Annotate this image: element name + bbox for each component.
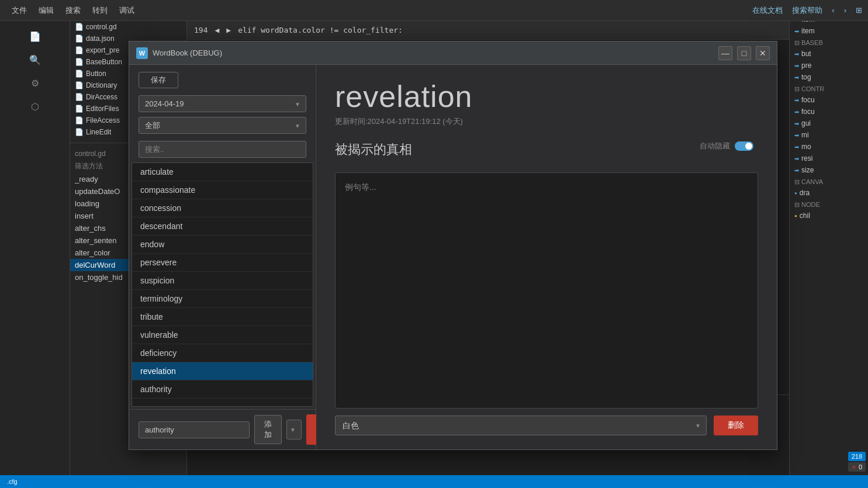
filter-dropdown[interactable]: 全部 红色 蓝色 白色 bbox=[139, 117, 306, 134]
editor-toolbar: 194 ◀ ▶ elif wordData.color != color_fil… bbox=[187, 21, 789, 40]
word-item-articulate[interactable]: articulate bbox=[132, 163, 313, 181]
file-icon: 📄 bbox=[75, 58, 84, 66]
word-item-persevere[interactable]: persevere bbox=[132, 254, 313, 272]
example-box[interactable]: 例句等... bbox=[335, 172, 758, 409]
color-dropdown-bottom[interactable]: 白色 红色 bbox=[286, 420, 302, 439]
status-left: .cfg bbox=[7, 478, 18, 485]
nav-arrow-right[interactable]: ▶ bbox=[226, 26, 231, 34]
right-panel-mo[interactable]: ➡ mo bbox=[790, 141, 868, 153]
status-bar: .cfg bbox=[0, 475, 868, 488]
sidebar-icon-extensions[interactable]: ⬡ bbox=[25, 96, 46, 117]
word-item-descendant[interactable]: descendant bbox=[132, 217, 313, 236]
file-icon: 📄 bbox=[75, 23, 84, 31]
dialog-right-panel: 自动隐藏 revelation 更新时间:2024-04-19T21:19:12… bbox=[316, 65, 777, 449]
arrow-icon: ➡ bbox=[794, 63, 799, 69]
arrow-icon: ➡ bbox=[794, 51, 799, 57]
right-ide-panel: ⊟ Option ➡ item ➡ item ⊟ BaseB ➡ but ➡ p… bbox=[789, 0, 868, 488]
auto-hide-toggle[interactable] bbox=[735, 141, 753, 151]
menu-item-goto[interactable]: 转到 bbox=[87, 3, 113, 18]
delete-word-button[interactable]: 删除 bbox=[714, 416, 758, 435]
search-help-link[interactable]: 搜索帮助 bbox=[792, 5, 822, 16]
right-panel-item-2[interactable]: ➡ item bbox=[790, 25, 868, 37]
file-icon: 📄 bbox=[75, 70, 84, 78]
file-control-gd[interactable]: 📄 control.gd bbox=[70, 21, 186, 33]
right-panel-resi[interactable]: ➡ resi bbox=[790, 153, 868, 164]
sidebar-icon-settings[interactable]: ⚙ bbox=[25, 72, 46, 94]
right-panel-but[interactable]: ➡ but bbox=[790, 48, 868, 60]
top-right-tools: 在线文档 搜索帮助 ‹ › ⊞ bbox=[752, 5, 862, 16]
save-btn-row: 保存 bbox=[129, 65, 316, 93]
file-icon: 📄 bbox=[75, 105, 84, 113]
file-icon: 📄 bbox=[75, 128, 84, 136]
layout-icon[interactable]: ⊞ bbox=[856, 6, 862, 15]
error-icon: ✕ bbox=[852, 464, 856, 470]
item-label: resi bbox=[801, 154, 812, 162]
nav-back-icon[interactable]: ‹ bbox=[832, 6, 834, 15]
word-item-deficiency[interactable]: deficiency bbox=[132, 344, 313, 362]
auto-hide-label: 自动隐藏 bbox=[700, 141, 730, 151]
sidebar-icon-files[interactable]: 📄 bbox=[25, 26, 46, 47]
dialog-title-icon: W bbox=[136, 47, 148, 59]
status-badge-218: 218 bbox=[852, 453, 862, 460]
word-update-time: 更新时间:2024-04-19T21:19:12 (今天) bbox=[335, 116, 758, 127]
code-preview: elif wordData.color != color_filter: bbox=[238, 26, 403, 34]
color-dropdown-wrapper: 白色 红色 蓝色 绿色 bbox=[335, 416, 707, 435]
arrow-icon: ➡ bbox=[794, 109, 799, 115]
word-item-terminology[interactable]: terminology bbox=[132, 290, 313, 308]
dialog-close-btn[interactable]: ✕ bbox=[756, 46, 770, 60]
right-panel-contr-header: ⊟ Contr bbox=[790, 83, 868, 94]
nav-forward-icon[interactable]: › bbox=[844, 6, 846, 15]
word-item-revelation[interactable]: revelation bbox=[132, 362, 313, 380]
word-item-authority[interactable]: authority bbox=[132, 380, 313, 399]
right-panel-size[interactable]: ➡ size bbox=[790, 164, 868, 176]
dialog-body: 保存 2024-04-19 2024-04-18 2024-04-17 全部 红… bbox=[129, 65, 777, 449]
file-icon: 📄 bbox=[75, 46, 84, 54]
arrow-icon: ➡ bbox=[794, 132, 799, 139]
arrow-icon: ➡ bbox=[794, 155, 799, 162]
add-button[interactable]: 添加 bbox=[254, 415, 282, 444]
right-panel-focu2[interactable]: ➡ focu bbox=[790, 106, 868, 117]
dialog-title: WordBook (DEBUG) bbox=[153, 49, 718, 57]
item-label: chil bbox=[800, 212, 810, 220]
right-panel-gui[interactable]: ➡ gui bbox=[790, 117, 868, 129]
dialog-maximize-btn[interactable]: □ bbox=[737, 46, 751, 60]
right-panel-dra[interactable]: ● dra bbox=[790, 187, 868, 199]
circle-icon: ● bbox=[794, 191, 797, 196]
menu-item-search[interactable]: 搜索 bbox=[60, 3, 87, 18]
search-input[interactable] bbox=[139, 141, 306, 158]
word-item-tribute[interactable]: tribute bbox=[132, 308, 313, 326]
date-dropdown[interactable]: 2024-04-19 2024-04-18 2024-04-17 bbox=[139, 95, 306, 112]
word-item-concession[interactable]: concession bbox=[132, 199, 313, 217]
toggle-knob bbox=[745, 143, 752, 150]
right-panel-pre[interactable]: ➡ pre bbox=[790, 60, 868, 71]
color-dropdown[interactable]: 白色 红色 蓝色 绿色 bbox=[335, 416, 707, 435]
save-button[interactable]: 保存 bbox=[139, 72, 178, 88]
right-panel-chil[interactable]: ● chil bbox=[790, 210, 868, 221]
arrow-icon: ➡ bbox=[794, 120, 799, 127]
word-list: articulate compassionate concession desc… bbox=[132, 162, 313, 407]
right-panel-focu1[interactable]: ➡ focu bbox=[790, 94, 868, 106]
word-input[interactable] bbox=[139, 421, 250, 438]
menu-item-edit[interactable]: 编辑 bbox=[33, 3, 60, 18]
word-item-suspicion[interactable]: suspicion bbox=[132, 272, 313, 290]
online-docs-link[interactable]: 在线文档 bbox=[752, 5, 783, 16]
right-panel-tog[interactable]: ➡ tog bbox=[790, 71, 868, 83]
dialog-controls: — □ ✕ bbox=[718, 46, 770, 60]
example-placeholder: 例句等... bbox=[345, 182, 376, 192]
circle-icon: ● bbox=[794, 213, 797, 219]
word-item-endow[interactable]: endow bbox=[132, 236, 313, 254]
menu-item-file[interactable]: 文件 bbox=[6, 3, 33, 18]
nav-arrow-left[interactable]: ◀ bbox=[215, 26, 219, 34]
menu-item-debug[interactable]: 调试 bbox=[113, 3, 140, 18]
right-panel-mi[interactable]: ➡ mi bbox=[790, 129, 868, 141]
auto-hide-row: 自动隐藏 bbox=[700, 141, 753, 151]
word-item-compassionate[interactable]: compassionate bbox=[132, 181, 313, 199]
item-label: focu bbox=[801, 108, 815, 116]
date-dropdown-row: 2024-04-19 2024-04-18 2024-04-17 bbox=[129, 93, 316, 115]
dialog-minimize-btn[interactable]: — bbox=[718, 46, 732, 60]
sidebar-icon-search[interactable]: 🔍 bbox=[25, 49, 46, 70]
word-item-vulnerable[interactable]: vulnerable bbox=[132, 326, 313, 344]
item-label: gui bbox=[801, 119, 811, 127]
item-label: item bbox=[801, 27, 815, 35]
filter-dropdown-row: 全部 红色 蓝色 白色 bbox=[129, 115, 316, 136]
